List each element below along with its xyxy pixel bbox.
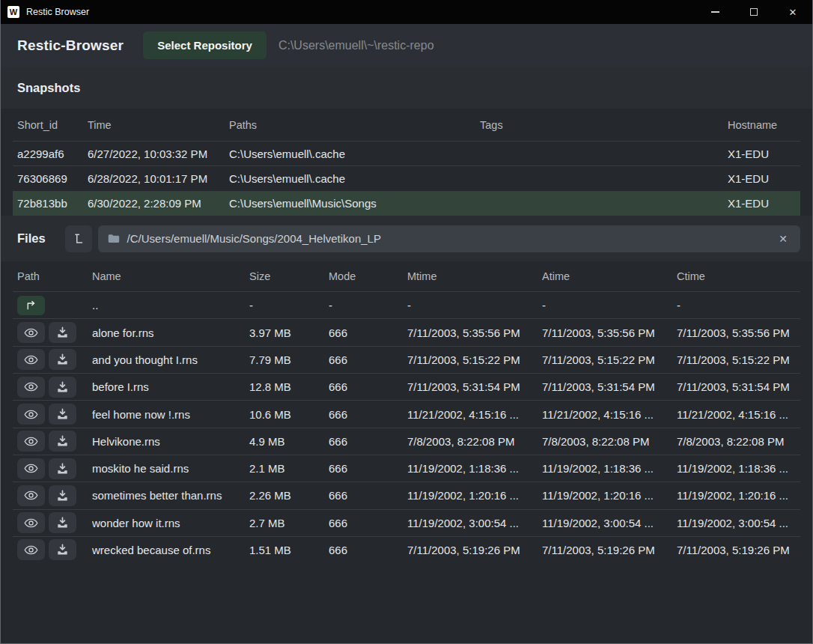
file-ctime: 11/19/2002, 1:18:36 ...: [677, 462, 800, 475]
eye-icon: [24, 517, 38, 529]
maximize-button[interactable]: [734, 0, 773, 24]
folder-icon: [108, 234, 120, 243]
file-size: 2.7 MB: [249, 517, 329, 529]
close-icon: ✕: [789, 7, 797, 17]
eye-icon: [24, 354, 38, 365]
file-mode: 666: [329, 462, 407, 475]
current-path-input[interactable]: /C/Users/emuell/Music/Songs/2004_Helveti…: [98, 225, 800, 252]
files-section-header: Files /C/Users/emuell/Music/Songs/2004_H…: [1, 216, 812, 261]
download-file-button[interactable]: [49, 322, 76, 343]
snapshot-time: 6/30/2022, 2:28:09 PM: [88, 197, 229, 210]
eye-icon: [24, 463, 38, 474]
download-icon: [56, 381, 69, 393]
preview-file-button[interactable]: [17, 431, 45, 452]
file-mtime: 11/19/2002, 1:20:16 ...: [407, 489, 542, 502]
goto-root-button[interactable]: [65, 225, 92, 252]
file-mtime: 11/19/2002, 1:18:36 ...: [407, 462, 542, 475]
download-icon: [56, 463, 69, 475]
file-mtime: -: [407, 299, 542, 312]
snapshots-table: Short_id Time Paths Tags Hostname a2299a…: [1, 109, 812, 216]
preview-file-button[interactable]: [17, 322, 45, 343]
select-repository-button[interactable]: Select Repository: [143, 31, 267, 59]
file-name: before I.rns: [92, 380, 249, 393]
download-icon: [56, 353, 69, 365]
download-file-button[interactable]: [49, 377, 76, 398]
snapshot-paths: C:\Users\emuell\.cache: [229, 172, 480, 185]
close-button[interactable]: ✕: [773, 0, 812, 24]
minimize-icon: [711, 11, 719, 13]
file-row: feel home now !.rns 10.6 MB 666 11/21/20…: [13, 400, 800, 427]
snapshot-row[interactable]: 76306869 6/28/2022, 10:01:17 PM C:\Users…: [13, 165, 800, 190]
preview-file-button[interactable]: [17, 377, 45, 398]
eye-icon: [24, 381, 38, 392]
eye-icon: [24, 409, 38, 420]
file-name: wonder how it.rns: [92, 517, 249, 529]
clear-path-button[interactable]: ✕: [776, 231, 791, 246]
file-ctime: 7/8/2003, 8:22:08 PM: [677, 435, 800, 448]
snapshot-hostname: X1-EDU: [728, 197, 800, 210]
download-file-button[interactable]: [49, 458, 76, 479]
file-mode: 666: [329, 435, 407, 448]
download-file-button[interactable]: [49, 539, 76, 560]
column-header-size: Size: [249, 270, 329, 282]
download-file-button[interactable]: [49, 512, 76, 533]
snapshot-row[interactable]: 72b813bb 6/30/2022, 2:28:09 PM C:\Users\…: [13, 191, 800, 216]
file-mode: 666: [329, 517, 407, 529]
file-mode: 666: [329, 353, 407, 366]
file-row: Helvikone.rns 4.9 MB 666 7/8/2003, 8:22:…: [13, 428, 800, 455]
file-size: 2.1 MB: [249, 462, 329, 475]
download-file-button[interactable]: [49, 485, 76, 506]
file-row: and you thought I.rns 7.79 MB 666 7/11/2…: [13, 346, 800, 373]
file-ctime: 7/11/2003, 5:35:56 PM: [677, 326, 800, 339]
titlebar-left: W Restic Browser: [1, 6, 89, 18]
file-size: 3.97 MB: [249, 326, 329, 339]
file-size: 7.79 MB: [249, 353, 329, 366]
minimize-button[interactable]: [695, 0, 734, 24]
app-title: Restic-Browser: [17, 37, 124, 54]
file-atime: 7/11/2003, 5:31:54 PM: [542, 380, 677, 393]
app-window: W Restic Browser ✕ Restic-Browser Select…: [0, 0, 813, 644]
parent-directory-row: .. - - - - -: [13, 291, 800, 318]
file-atime: 11/19/2002, 1:18:36 ...: [542, 462, 677, 475]
path-tree-icon: [72, 232, 85, 246]
file-mtime: 11/19/2002, 3:00:54 ...: [407, 517, 542, 529]
file-mtime: 7/11/2003, 5:31:54 PM: [407, 380, 542, 393]
file-name: moskito he said.rns: [92, 462, 249, 475]
column-header-mtime: Mtime: [407, 270, 542, 282]
download-file-button[interactable]: [49, 349, 76, 370]
file-size: 2.26 MB: [249, 489, 329, 502]
file-size: 4.9 MB: [249, 435, 329, 448]
file-ctime: 7/11/2003, 5:31:54 PM: [677, 380, 800, 393]
preview-file-button[interactable]: [17, 404, 45, 425]
preview-file-button[interactable]: [17, 349, 45, 370]
go-up-directory-button[interactable]: [17, 296, 45, 315]
preview-file-button[interactable]: [17, 512, 45, 533]
titlebar: W Restic Browser ✕: [1, 0, 812, 24]
file-name: and you thought I.rns: [92, 353, 249, 366]
snapshot-time: 6/28/2022, 10:01:17 PM: [88, 172, 229, 185]
file-name[interactable]: ..: [92, 299, 249, 312]
download-icon: [56, 517, 69, 529]
file-name: alone for.rns: [92, 326, 249, 339]
preview-file-button[interactable]: [17, 485, 45, 506]
preview-file-button[interactable]: [17, 458, 45, 479]
file-atime: 7/11/2003, 5:35:56 PM: [542, 326, 677, 339]
file-atime: 7/8/2003, 8:22:08 PM: [542, 435, 677, 448]
file-ctime: 7/11/2003, 5:19:26 PM: [677, 544, 800, 556]
download-icon: [56, 408, 69, 420]
preview-file-button[interactable]: [17, 539, 45, 560]
snapshots-title: Snapshots: [17, 81, 80, 95]
snapshot-hostname: X1-EDU: [728, 148, 800, 160]
file-atime: -: [542, 299, 677, 312]
files-table-header: Path Name Size Mode Mtime Atime Ctime: [13, 261, 800, 291]
file-mode: 666: [329, 326, 407, 339]
snapshots-table-header: Short_id Time Paths Tags Hostname: [13, 109, 800, 141]
file-atime: 7/11/2003, 5:19:26 PM: [542, 544, 677, 556]
file-size: 10.6 MB: [249, 408, 329, 421]
file-atime: 11/19/2002, 1:20:16 ...: [542, 489, 677, 502]
download-file-button[interactable]: [49, 404, 76, 425]
column-header-name: Name: [92, 270, 249, 282]
download-file-button[interactable]: [49, 431, 76, 452]
snapshot-row[interactable]: a2299af6 6/27/2022, 10:03:32 PM C:\Users…: [13, 141, 800, 165]
file-mode: 666: [329, 544, 407, 556]
